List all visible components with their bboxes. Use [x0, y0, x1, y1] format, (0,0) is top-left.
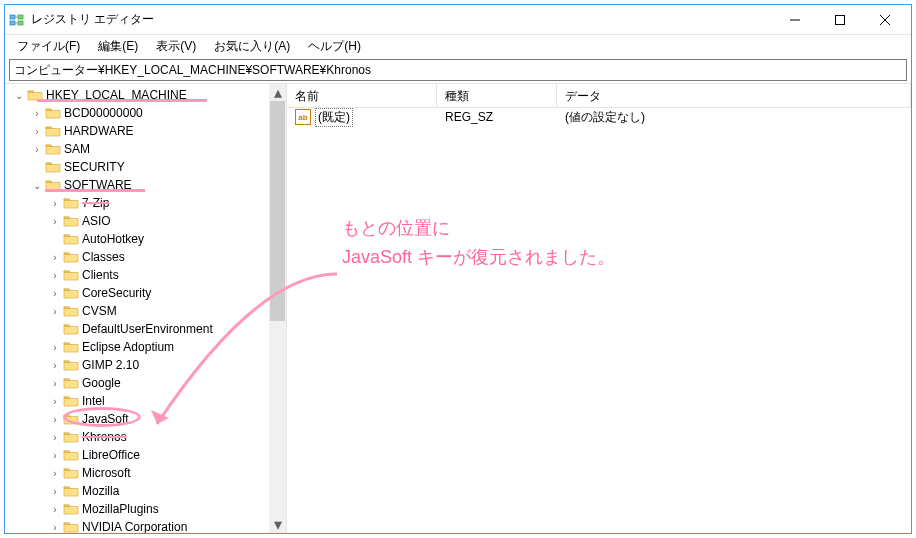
- list-header: 名前 種類 データ: [287, 84, 911, 108]
- tree-twisty[interactable]: ›: [47, 504, 63, 515]
- tree-twisty[interactable]: ›: [47, 198, 63, 209]
- folder-icon: [63, 501, 79, 517]
- scroll-down-button[interactable]: ▾: [269, 516, 286, 533]
- tree-twisty[interactable]: ⌄: [11, 90, 27, 101]
- folder-icon: [63, 519, 79, 533]
- tree-twisty[interactable]: ›: [47, 378, 63, 389]
- tree-item[interactable]: ›Eclipse Adoptium: [5, 338, 269, 356]
- tree-item[interactable]: ›Google: [5, 374, 269, 392]
- folder-icon: [45, 105, 61, 121]
- window-controls: [772, 5, 907, 34]
- tree-twisty[interactable]: ⌄: [29, 180, 45, 191]
- registry-tree[interactable]: ⌄HKEY_LOCAL_MACHINE›BCD00000000›HARDWARE…: [5, 84, 269, 533]
- menubar: ファイル(F) 編集(E) 表示(V) お気に入り(A) ヘルプ(H): [5, 35, 911, 57]
- tree-twisty[interactable]: ›: [47, 360, 63, 371]
- folder-icon: [63, 195, 79, 211]
- tree-twisty[interactable]: ›: [47, 522, 63, 533]
- col-type[interactable]: 種類: [437, 84, 557, 107]
- window-title: レジストリ エディター: [31, 11, 154, 28]
- folder-icon: [63, 483, 79, 499]
- scroll-thumb[interactable]: [270, 101, 285, 321]
- tree-twisty[interactable]: ›: [47, 216, 63, 227]
- tree-item[interactable]: ›7-Zip: [5, 194, 269, 212]
- tree-item[interactable]: ›GIMP 2.10: [5, 356, 269, 374]
- folder-icon: [45, 141, 61, 157]
- folder-icon: [63, 465, 79, 481]
- tree-item[interactable]: ›Mozilla: [5, 482, 269, 500]
- tree-twisty[interactable]: ›: [29, 144, 45, 155]
- tree-twisty[interactable]: ›: [47, 288, 63, 299]
- tree-item[interactable]: ›Khronos: [5, 428, 269, 446]
- folder-icon: [45, 123, 61, 139]
- list-row[interactable]: ab (既定) REG_SZ (値の設定なし): [287, 108, 911, 126]
- menu-help[interactable]: ヘルプ(H): [300, 36, 369, 57]
- address-bar[interactable]: コンピューター¥HKEY_LOCAL_MACHINE¥SOFTWARE¥Khro…: [9, 59, 907, 81]
- maximize-button[interactable]: [817, 5, 862, 34]
- annotation-line2: JavaSoft キーが復元されました。: [342, 243, 615, 272]
- folder-icon: [63, 321, 79, 337]
- tree-item-label: CVSM: [82, 304, 117, 318]
- tree-twisty[interactable]: ›: [29, 108, 45, 119]
- tree-item[interactable]: ›Clients: [5, 266, 269, 284]
- tree-twisty[interactable]: ›: [47, 270, 63, 281]
- tree-item-label: Khronos: [82, 430, 127, 444]
- tree-twisty[interactable]: ›: [47, 306, 63, 317]
- menu-view[interactable]: 表示(V): [148, 36, 204, 57]
- menu-favorites[interactable]: お気に入り(A): [206, 36, 298, 57]
- tree-twisty[interactable]: ›: [47, 396, 63, 407]
- tree-item[interactable]: ›MozillaPlugins: [5, 500, 269, 518]
- tree-item-label: ASIO: [82, 214, 111, 228]
- menu-edit[interactable]: 編集(E): [90, 36, 146, 57]
- tree-item[interactable]: ›CVSM: [5, 302, 269, 320]
- tree-item[interactable]: ›SAM: [5, 140, 269, 158]
- tree-pane: ⌄HKEY_LOCAL_MACHINE›BCD00000000›HARDWARE…: [5, 84, 287, 533]
- tree-item[interactable]: SECURITY: [5, 158, 269, 176]
- tree-item-label: CoreSecurity: [82, 286, 151, 300]
- svg-rect-7: [835, 15, 844, 24]
- tree-twisty[interactable]: ›: [47, 414, 63, 425]
- tree-item[interactable]: ›CoreSecurity: [5, 284, 269, 302]
- tree-item[interactable]: ›Microsoft: [5, 464, 269, 482]
- tree-item[interactable]: ›Intel: [5, 392, 269, 410]
- tree-item[interactable]: ›LibreOffice: [5, 446, 269, 464]
- folder-icon: [63, 357, 79, 373]
- tree-item[interactable]: AutoHotkey: [5, 230, 269, 248]
- registry-editor-window: レジストリ エディター ファイル(F) 編集(E) 表示(V) お気に入り(A)…: [4, 4, 912, 534]
- value-data: (値の設定なし): [557, 109, 911, 126]
- tree-item-label: Mozilla: [82, 484, 119, 498]
- tree-item-label: Intel: [82, 394, 105, 408]
- tree-item-label: Google: [82, 376, 121, 390]
- tree-item[interactable]: ›BCD00000000: [5, 104, 269, 122]
- tree-twisty[interactable]: ›: [47, 486, 63, 497]
- app-icon: [9, 12, 25, 28]
- svg-rect-1: [10, 21, 15, 25]
- tree-twisty[interactable]: ›: [29, 126, 45, 137]
- tree-twisty[interactable]: ›: [47, 252, 63, 263]
- tree-item-label: LibreOffice: [82, 448, 140, 462]
- minimize-button[interactable]: [772, 5, 817, 34]
- tree-item[interactable]: DefaultUserEnvironment: [5, 320, 269, 338]
- tree-item[interactable]: ›HARDWARE: [5, 122, 269, 140]
- tree-twisty[interactable]: ›: [47, 342, 63, 353]
- tree-twisty[interactable]: ›: [47, 450, 63, 461]
- col-data[interactable]: データ: [557, 84, 911, 107]
- close-button[interactable]: [862, 5, 907, 34]
- scroll-up-button[interactable]: ▴: [269, 84, 286, 101]
- folder-icon: [63, 375, 79, 391]
- col-name[interactable]: 名前: [287, 84, 437, 107]
- tree-item-label: BCD00000000: [64, 106, 143, 120]
- tree-item-label: Eclipse Adoptium: [82, 340, 174, 354]
- menu-file[interactable]: ファイル(F): [9, 36, 88, 57]
- tree-twisty[interactable]: ›: [47, 468, 63, 479]
- tree-item[interactable]: ›Classes: [5, 248, 269, 266]
- folder-icon: [63, 285, 79, 301]
- tree-item-label: MozillaPlugins: [82, 502, 159, 516]
- folder-icon: [63, 429, 79, 445]
- annotation-circle-javasoft: [63, 407, 141, 427]
- tree-scrollbar[interactable]: ▴ ▾: [269, 84, 286, 533]
- list-body[interactable]: ab (既定) REG_SZ (値の設定なし): [287, 108, 911, 533]
- tree-twisty[interactable]: ›: [47, 432, 63, 443]
- tree-item[interactable]: ›ASIO: [5, 212, 269, 230]
- tree-item[interactable]: ›NVIDIA Corporation: [5, 518, 269, 533]
- value-name: (既定): [315, 108, 353, 127]
